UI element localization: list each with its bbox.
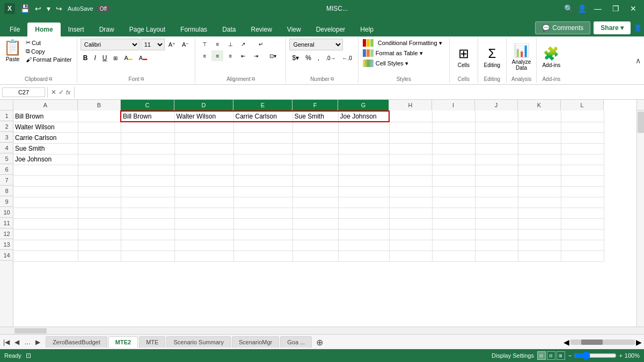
col-header-D[interactable]: D bbox=[174, 100, 233, 110]
analyze-data-button[interactable]: 📊 AnalyzeData bbox=[510, 42, 533, 72]
cell-G11[interactable] bbox=[338, 218, 389, 229]
indent-increase-btn[interactable]: ⇥ bbox=[250, 50, 262, 61]
row-header-8[interactable]: 8 bbox=[0, 186, 13, 196]
cell-H12[interactable] bbox=[389, 229, 432, 240]
increase-decimal-btn[interactable]: .0→ bbox=[323, 52, 338, 64]
cell-H1[interactable] bbox=[389, 111, 432, 122]
cell-L11[interactable] bbox=[561, 218, 604, 229]
cell-G8[interactable] bbox=[338, 186, 389, 197]
cell-H5[interactable] bbox=[389, 154, 432, 165]
cell-F2[interactable] bbox=[292, 122, 338, 132]
row-header-1[interactable]: 1 bbox=[0, 110, 13, 121]
cell-L10[interactable] bbox=[561, 208, 604, 218]
undo-btn[interactable]: ↩ bbox=[33, 3, 43, 14]
name-box[interactable] bbox=[2, 87, 45, 97]
cell-C4[interactable] bbox=[121, 143, 174, 154]
comments-button[interactable]: 💬 Comments bbox=[535, 21, 590, 34]
cell-F7[interactable] bbox=[292, 175, 338, 186]
close-btn[interactable]: ✕ bbox=[627, 3, 640, 14]
cell-D13[interactable] bbox=[174, 240, 233, 250]
cell-A1[interactable]: Bill Brown bbox=[13, 111, 78, 122]
cell-J11[interactable] bbox=[475, 218, 518, 229]
autosave-toggle[interactable]: Off bbox=[97, 5, 110, 12]
cell-D2[interactable] bbox=[174, 122, 233, 132]
cell-K1[interactable] bbox=[518, 111, 561, 122]
paste-button[interactable]: 📋 Paste bbox=[3, 39, 22, 62]
cell-A3[interactable]: Carrie Carlson bbox=[13, 132, 78, 143]
cell-I8[interactable] bbox=[432, 186, 475, 197]
cell-D5[interactable] bbox=[174, 154, 233, 165]
cell-I5[interactable] bbox=[432, 154, 475, 165]
tab-help[interactable]: Help bbox=[353, 23, 381, 36]
conditional-formatting-btn[interactable]: Conditional Formatting ▾ bbox=[362, 39, 443, 47]
save-qa-btn[interactable]: 💾 bbox=[18, 3, 32, 14]
cell-C1[interactable]: Bill Brown bbox=[121, 111, 174, 122]
number-expand-icon[interactable]: ⧉ bbox=[331, 76, 334, 82]
row-header-12[interactable]: 12 bbox=[0, 228, 13, 239]
ribbon-collapse-btn[interactable]: ∧ bbox=[633, 56, 643, 65]
cell-I1[interactable] bbox=[432, 111, 475, 122]
cell-B1[interactable] bbox=[78, 111, 121, 122]
middle-align-btn[interactable]: ≡ bbox=[211, 39, 223, 49]
row-header-2[interactable]: 2 bbox=[0, 121, 13, 132]
insert-function-btn[interactable]: fx bbox=[66, 89, 71, 95]
cell-H4[interactable] bbox=[389, 143, 432, 154]
cell-I9[interactable] bbox=[432, 197, 475, 208]
row-header-9[interactable]: 9 bbox=[0, 196, 13, 207]
confirm-formula-btn[interactable]: ✓ bbox=[58, 88, 64, 96]
cell-K3[interactable] bbox=[518, 132, 561, 143]
cancel-formula-btn[interactable]: ✕ bbox=[51, 88, 56, 96]
redo-btn[interactable]: ↪ bbox=[54, 3, 64, 14]
bottom-align-btn[interactable]: ⊥ bbox=[224, 39, 236, 49]
col-header-H[interactable]: H bbox=[389, 100, 432, 110]
cell-F8[interactable] bbox=[292, 186, 338, 197]
cell-F6[interactable] bbox=[292, 165, 338, 175]
cell-K14[interactable] bbox=[518, 250, 561, 261]
cell-G2[interactable] bbox=[338, 122, 389, 132]
share-button[interactable]: Share ▾ bbox=[594, 21, 631, 34]
cell-D10[interactable] bbox=[174, 208, 233, 218]
cell-C3[interactable] bbox=[121, 132, 174, 143]
tab-review[interactable]: Review bbox=[243, 23, 279, 36]
row-header-3[interactable]: 3 bbox=[0, 132, 13, 143]
wrap-text-btn[interactable]: ↵ bbox=[250, 39, 272, 49]
cell-D6[interactable] bbox=[174, 165, 233, 175]
font-expand-icon[interactable]: ⧉ bbox=[141, 76, 144, 82]
tab-view[interactable]: View bbox=[280, 23, 309, 36]
cell-A4[interactable]: Sue Smith bbox=[13, 143, 78, 154]
cell-B14[interactable] bbox=[78, 250, 121, 261]
cell-I11[interactable] bbox=[432, 218, 475, 229]
row-header-13[interactable]: 13 bbox=[0, 239, 13, 250]
cell-F9[interactable] bbox=[292, 197, 338, 208]
cell-A10[interactable] bbox=[13, 208, 78, 218]
cell-J8[interactable] bbox=[475, 186, 518, 197]
sheet-scroll-right[interactable]: ▶ bbox=[636, 338, 642, 346]
bold-button[interactable]: B bbox=[80, 52, 91, 64]
tab-page-layout[interactable]: Page Layout bbox=[122, 23, 173, 36]
cell-F11[interactable] bbox=[292, 218, 338, 229]
cell-B11[interactable] bbox=[78, 218, 121, 229]
cell-B2[interactable] bbox=[78, 122, 121, 132]
cell-K13[interactable] bbox=[518, 240, 561, 250]
cell-G4[interactable] bbox=[338, 143, 389, 154]
format-table-btn[interactable]: Format as Table ▾ bbox=[362, 49, 424, 57]
cut-button[interactable]: ✂ Cut bbox=[24, 39, 74, 47]
cell-G7[interactable] bbox=[338, 175, 389, 186]
cell-F3[interactable] bbox=[292, 132, 338, 143]
cell-K12[interactable] bbox=[518, 229, 561, 240]
sheet-tab-mte2[interactable]: MTE2 bbox=[108, 336, 138, 348]
cell-A5[interactable]: Joe Johnson bbox=[13, 154, 78, 165]
font-color-btn[interactable]: A▬ bbox=[136, 52, 150, 64]
cell-H14[interactable] bbox=[389, 250, 432, 261]
col-header-A[interactable]: A bbox=[13, 100, 78, 110]
tab-home[interactable]: Home bbox=[27, 23, 60, 36]
cell-E12[interactable] bbox=[233, 229, 292, 240]
cell-H9[interactable] bbox=[389, 197, 432, 208]
cell-C9[interactable] bbox=[121, 197, 174, 208]
cell-E8[interactable] bbox=[233, 186, 292, 197]
cell-I10[interactable] bbox=[432, 208, 475, 218]
tab-draw[interactable]: Draw bbox=[92, 23, 122, 36]
underline-button[interactable]: U bbox=[100, 52, 110, 64]
row-header-14[interactable]: 14 bbox=[0, 250, 13, 261]
cell-I7[interactable] bbox=[432, 175, 475, 186]
